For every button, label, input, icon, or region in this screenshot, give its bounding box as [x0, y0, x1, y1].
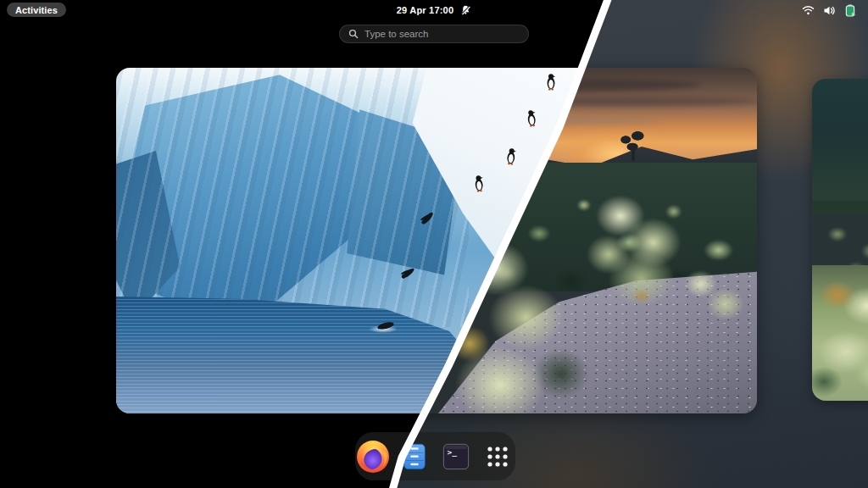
activities-button[interactable]: Activities: [7, 3, 66, 17]
penguin: [472, 174, 486, 192]
clock-label: 29 Apr 17:00: [397, 5, 453, 15]
volume-icon: [823, 5, 836, 16]
search-input[interactable]: [364, 29, 520, 39]
battery-charging-icon: [844, 4, 856, 17]
dock-item-files[interactable]: [397, 439, 432, 474]
tree-silhouette: [615, 129, 652, 161]
terminal-prompt: >_: [448, 446, 458, 456]
firefox-icon: [355, 439, 391, 474]
dash-dock: >_: [355, 432, 515, 480]
dnd-bell-slash-icon: [460, 4, 471, 16]
app-grid-button[interactable]: [480, 439, 515, 474]
penguin: [504, 147, 518, 165]
files-icon: [400, 442, 429, 471]
terminal-icon: >_: [442, 442, 470, 471]
diving-penguin: [397, 262, 420, 285]
system-status-area[interactable]: [802, 0, 856, 20]
dock-item-firefox[interactable]: [355, 439, 391, 474]
clock-button[interactable]: 29 Apr 17:00: [397, 0, 471, 20]
penguin: [545, 73, 557, 91]
adjacent-workspace-preview[interactable]: [812, 79, 868, 401]
search-bar: [339, 25, 529, 43]
dock-item-terminal[interactable]: >_: [438, 439, 474, 474]
penguin: [525, 108, 538, 128]
search-icon: [348, 29, 359, 39]
activities-label: Activities: [15, 5, 58, 15]
wifi-icon: [802, 5, 815, 15]
top-bar: Activities 29 Apr 17:00: [0, 0, 868, 20]
diving-penguin: [418, 208, 437, 228]
app-grid-icon: [484, 443, 511, 470]
gnome-activities-overview: Activities 29 Apr 17:00: [0, 0, 868, 488]
